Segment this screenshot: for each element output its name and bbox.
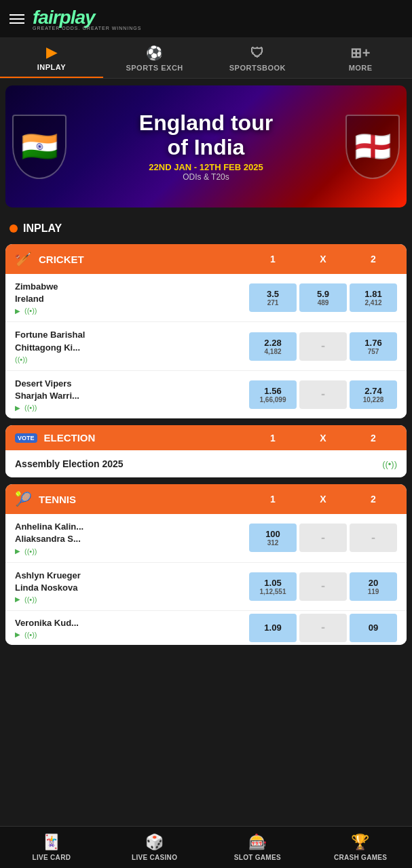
header: fairplay GREATER ODDS. GREATER WINNINGS [0,0,412,37]
tab-sports-exch[interactable]: ⚽ SPORTS EXCH [103,37,206,78]
nav-live-casino-label: LIVE CASINO [132,854,177,861]
play-icon: ▶ [15,547,20,555]
match-veronika: Veronika Kud... ▶ ((•)) 1.09 - 09 [5,611,407,645]
nav-slot-games[interactable]: 🎰 SLOT GAMES [206,827,310,868]
odd-1[interactable]: 1.09 [249,614,297,642]
sports-exch-icon: ⚽ [146,45,164,61]
election-card: VOTE ELECTION 1 X 2 Assembly Election 20… [5,425,407,477]
tab-inplay[interactable]: ▶ INPLAY [0,37,103,78]
col-2-label: 2 [350,254,397,264]
team1: Anhelina Kalin... [15,521,83,532]
odd-x[interactable]: - [299,332,347,361]
col-1-label: 1 [249,254,297,264]
nav-live-casino[interactable]: 🎲 LIVE CASINO [103,827,206,868]
team1: Desert Vipers [15,378,72,389]
signal-icon: ((•)) [24,631,37,639]
teams-label: Ashlyn Krueger Linda Noskova [15,570,249,594]
odd-2[interactable]: 20 119 [350,572,397,601]
tab-more-label: MORE [349,64,373,72]
play-icon: ▶ [15,631,20,638]
tab-more[interactable]: ⊞+ MORE [309,37,412,78]
odd-1[interactable]: 100 312 [249,524,297,552]
england-shield: 🏴󠁧󠁢󠁥󠁮󠁧󠁿 [345,115,400,179]
crash-games-icon: 🏆 [351,833,369,851]
odd-2[interactable]: 09 [350,614,397,642]
odd-x[interactable]: - [299,380,347,409]
inplay-indicator [10,224,18,233]
tab-inplay-label: INPLAY [37,63,66,71]
nav-slot-games-label: SLOT GAMES [234,854,281,861]
odds-group: 1.56 1,66,099 - 2.74 10,228 [249,380,397,409]
play-icon: ▶ [15,404,20,412]
odd-1[interactable]: 1.56 1,66,099 [249,380,297,409]
nav-live-card-label: LIVE CARD [33,854,71,861]
team2: Aliaksandra S... [15,534,81,544]
odd-x[interactable]: - [299,524,347,552]
nav-crash-games-label: CRASH GAMES [334,854,387,861]
tab-sportsbook[interactable]: 🛡 SPORTSBOOK [206,37,310,78]
team2: Sharjah Warri... [15,391,79,401]
odd-2[interactable]: 2.74 10,228 [350,380,397,409]
odds-group: 2.28 4,182 - 1.76 757 [249,332,397,361]
odds-group: 1.05 1,12,551 - 20 119 [249,572,397,601]
col-1-label: 1 [249,433,297,443]
signal-icon: ((•)) [15,355,28,363]
odd-1[interactable]: 2.28 4,182 [249,332,297,361]
logo-tagline: GREATER ODDS. GREATER WINNINGS [33,26,141,31]
tennis-name: TENNIS [39,494,242,505]
hamburger-menu[interactable] [10,14,24,24]
odd-2[interactable]: - [350,524,397,552]
promo-banner[interactable]: 🇮🇳 🏴󠁧󠁢󠁥󠁮󠁧󠁿 England tourof India 22ND JAN… [5,85,407,208]
team1: Fortune Barishal [15,330,85,340]
cricket-name: CRICKET [39,254,242,265]
odds-group: 100 312 - - [249,524,397,552]
election-header: VOTE ELECTION 1 X 2 [5,425,407,450]
bottom-nav: 🃏 LIVE CARD 🎲 LIVE CASINO 🎰 SLOT GAMES 🏆… [0,826,412,868]
col-2-label: 2 [350,433,397,443]
signal-icon: ((•)) [24,403,37,412]
team1: Veronika Kud... [15,618,79,628]
team1: Zimbabwe [15,281,58,292]
banner-subtitle: ODIs & T20s [139,172,273,182]
col-1-label: 1 [249,494,297,505]
col-x-label: X [299,254,347,264]
slot-games-icon: 🎰 [248,833,267,851]
team2: Chittagong Ki... [15,342,80,353]
signal-icon: ((•)) [24,595,37,604]
teams-label: Desert Vipers Sharjah Warri... [15,378,249,402]
teams-label: Anhelina Kalin... Aliaksandra S... [15,521,249,545]
nav-live-card[interactable]: 🃏 LIVE CARD [0,827,103,868]
cricket-card: 🏏 CRICKET 1 X 2 Zimbabwe Ireland ▶ ((•)) [5,244,407,418]
live-card-icon: 🃏 [42,833,60,851]
col-2-label: 2 [350,494,397,505]
banner-title: England tourof India [139,111,273,159]
odd-2[interactable]: 1.81 2,412 [350,283,397,312]
banner-date: 22ND JAN - 12TH FEB 2025 [139,162,273,172]
sportsbook-icon: 🛡 [250,45,265,61]
team2: Linda Noskova [15,583,77,593]
odds-group: 1.09 - 09 [249,614,397,642]
play-icon: ▶ [15,595,20,603]
team1: Ashlyn Krueger [15,570,81,580]
election-icon: VOTE [15,433,37,443]
tab-sportsbook-label: SPORTSBOOK [229,64,286,72]
col-x-label: X [299,494,347,505]
odd-1[interactable]: 1.05 1,12,551 [249,572,297,601]
odd-x[interactable]: - [299,572,347,601]
teams-label: Veronika Kud... [15,617,249,629]
tennis-icon: 🎾 [15,491,32,507]
election-match-name: Assembly Election 2025 [15,458,382,469]
odd-1[interactable]: 3.5 271 [249,283,297,312]
match-barishal-chittagong: Fortune Barishal Chittagong Ki... ((•)) … [5,322,407,370]
odd-x[interactable]: 5.9 489 [299,283,347,312]
teams-label: Zimbabwe Ireland [15,281,249,305]
odd-x[interactable]: - [299,614,347,642]
odd-2[interactable]: 1.76 757 [350,332,397,361]
team2: Ireland [15,294,44,304]
cricket-header: 🏏 CRICKET 1 X 2 [5,244,407,274]
col-x-label: X [299,433,347,443]
nav-crash-games[interactable]: 🏆 CRASH GAMES [309,827,412,868]
match-zimbabwe-ireland: Zimbabwe Ireland ▶ ((•)) 3.5 271 5.9 489 [5,274,407,322]
election-name: ELECTION [44,432,242,443]
teams-label: Fortune Barishal Chittagong Ki... [15,329,249,353]
